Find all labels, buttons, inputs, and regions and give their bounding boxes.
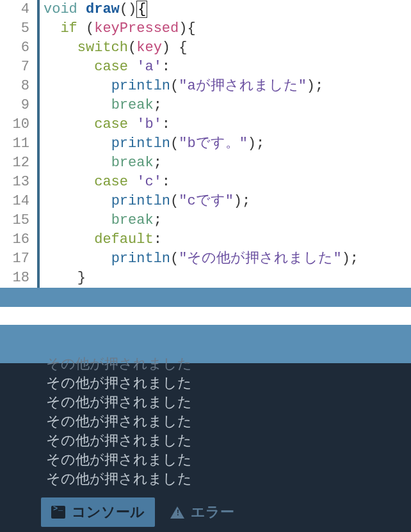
console-output-line: その他が押されました bbox=[46, 471, 411, 490]
tab-console-label: コンソール bbox=[72, 503, 145, 522]
console-icon bbox=[51, 506, 65, 519]
line-number: 4 bbox=[0, 0, 37, 19]
console-output-line: その他が押されました bbox=[46, 375, 411, 394]
console-panel[interactable]: その他が押されました その他が押されました その他が押されました その他が押され… bbox=[0, 363, 411, 492]
code-line-content[interactable]: println("その他が押されました"); bbox=[40, 249, 411, 269]
line-number: 15 bbox=[0, 211, 37, 230]
code-line-content[interactable]: println("aが押されました"); bbox=[40, 77, 411, 96]
console-output-line: その他が押されました bbox=[46, 413, 411, 432]
code-line-content[interactable]: println("cです"); bbox=[40, 192, 411, 211]
line-number: 17 bbox=[0, 249, 37, 269]
code-line-content[interactable]: case 'c': bbox=[40, 173, 411, 192]
code-editor[interactable]: 4 void draw(){ 5 if (keyPressed){ 6 swit… bbox=[0, 0, 411, 325]
console-output-line: その他が押されました bbox=[46, 356, 411, 375]
code-line-content[interactable]: break; bbox=[40, 96, 411, 115]
line-number: 14 bbox=[0, 192, 37, 211]
code-line-content[interactable]: break; bbox=[40, 211, 411, 230]
code-line-content[interactable]: void draw(){ bbox=[40, 0, 411, 19]
line-number: 8 bbox=[0, 77, 37, 96]
code-line-content[interactable]: break; bbox=[40, 153, 411, 173]
line-number: 11 bbox=[0, 134, 37, 153]
tab-console[interactable]: コンソール bbox=[41, 497, 155, 527]
console-output-line: その他が押されました bbox=[46, 432, 411, 451]
code-line-content[interactable]: case 'a': bbox=[40, 58, 411, 77]
bottom-tab-bar: コンソール エラー bbox=[0, 492, 411, 532]
console-output-line: その他が押されました bbox=[46, 394, 411, 413]
warning-icon bbox=[170, 506, 184, 519]
code-line-content[interactable]: } bbox=[40, 269, 411, 288]
line-number: 9 bbox=[0, 96, 37, 115]
code-line-content[interactable]: println("bです。"); bbox=[40, 134, 411, 153]
line-number: 10 bbox=[0, 115, 37, 134]
tab-error-label: エラー bbox=[191, 503, 234, 522]
code-line-content[interactable]: case 'b': bbox=[40, 115, 411, 134]
line-number: 16 bbox=[0, 230, 37, 249]
line-number: 18 bbox=[0, 269, 37, 288]
console-output-line: その他が押されました bbox=[46, 451, 411, 471]
tab-error[interactable]: エラー bbox=[160, 497, 245, 527]
code-line-content[interactable]: default: bbox=[40, 230, 411, 249]
cursor: { bbox=[136, 1, 147, 18]
line-number: 12 bbox=[0, 153, 37, 173]
selection-highlight bbox=[0, 288, 411, 307]
line-number: 7 bbox=[0, 58, 37, 77]
line-number: 6 bbox=[0, 38, 37, 58]
code-line-content[interactable]: if (keyPressed){ bbox=[40, 19, 411, 38]
line-number: 13 bbox=[0, 173, 37, 192]
code-line-content[interactable]: switch(key) { bbox=[40, 38, 411, 58]
line-number: 5 bbox=[0, 19, 37, 38]
